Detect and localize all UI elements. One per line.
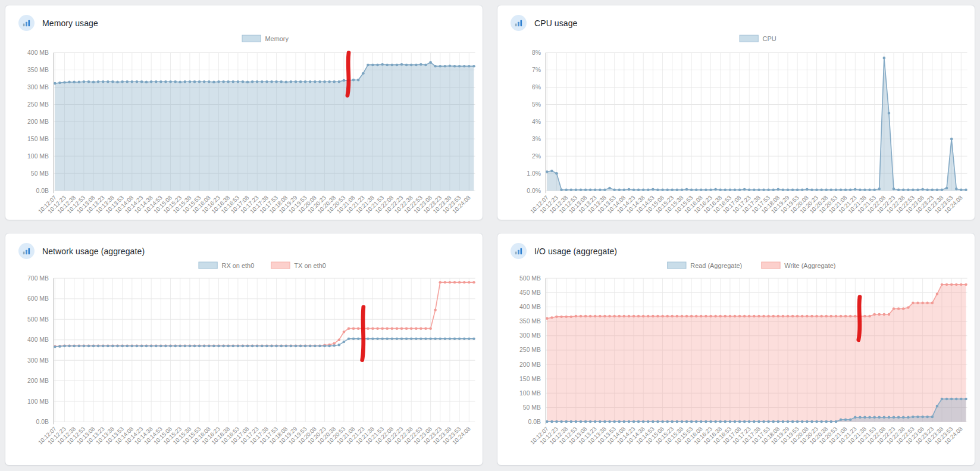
data-point-dot[interactable] (685, 420, 688, 423)
data-point-dot[interactable] (757, 420, 760, 423)
data-point-dot[interactable] (227, 80, 230, 83)
data-point-dot[interactable] (608, 420, 611, 423)
data-point-dot[interactable] (810, 420, 813, 423)
data-point-dot[interactable] (555, 420, 558, 423)
data-point-dot[interactable] (873, 313, 876, 316)
data-point-dot[interactable] (328, 345, 331, 347)
data-point-dot[interactable] (97, 345, 100, 347)
data-point-dot[interactable] (391, 327, 394, 329)
data-point-dot[interactable] (357, 79, 360, 81)
data-point-dot[interactable] (608, 187, 611, 189)
data-point-dot[interactable] (295, 80, 298, 83)
data-point-dot[interactable] (796, 420, 799, 423)
data-point-dot[interactable] (371, 327, 374, 329)
data-point-dot[interactable] (873, 189, 876, 191)
data-point-dot[interactable] (878, 313, 881, 316)
data-point-dot[interactable] (705, 189, 707, 191)
data-point-dot[interactable] (791, 315, 794, 317)
data-point-dot[interactable] (376, 338, 379, 340)
data-point-dot[interactable] (681, 420, 684, 423)
data-point-dot[interactable] (647, 189, 650, 191)
data-point-dot[interactable] (589, 420, 592, 423)
data-point-dot[interactable] (840, 315, 843, 317)
data-point-dot[interactable] (666, 420, 669, 423)
data-point-dot[interactable] (184, 80, 187, 83)
data-point-dot[interactable] (400, 327, 403, 329)
data-point-dot[interactable] (472, 338, 475, 340)
data-point-dot[interactable] (102, 80, 105, 83)
data-point-dot[interactable] (314, 345, 317, 347)
data-point-dot[interactable] (738, 189, 741, 191)
data-point-dot[interactable] (950, 398, 953, 400)
data-point-dot[interactable] (734, 420, 737, 423)
data-point-dot[interactable] (337, 344, 340, 346)
data-point-dot[interactable] (965, 189, 968, 191)
data-point-dot[interactable] (633, 315, 635, 317)
data-point-dot[interactable] (328, 80, 331, 83)
data-point-dot[interactable] (599, 420, 602, 423)
data-point-dot[interactable] (709, 420, 712, 423)
data-point-dot[interactable] (941, 398, 944, 400)
data-point-dot[interactable] (415, 64, 418, 66)
data-point-dot[interactable] (709, 189, 712, 191)
data-point-dot[interactable] (647, 420, 650, 423)
data-point-dot[interactable] (921, 188, 924, 191)
data-point-dot[interactable] (868, 416, 871, 419)
data-point-dot[interactable] (844, 419, 847, 421)
data-point-dot[interactable] (275, 345, 278, 347)
data-point-dot[interactable] (314, 80, 317, 83)
data-point-dot[interactable] (960, 189, 963, 191)
data-point-dot[interactable] (68, 345, 71, 347)
data-point-dot[interactable] (337, 80, 340, 83)
data-point-dot[interactable] (159, 80, 162, 83)
data-point-dot[interactable] (661, 189, 664, 191)
data-point-dot[interactable] (434, 65, 437, 67)
data-point-dot[interactable] (212, 81, 215, 83)
data-point-dot[interactable] (603, 315, 606, 317)
data-point-dot[interactable] (565, 316, 568, 318)
data-point-dot[interactable] (868, 315, 871, 317)
data-point-dot[interactable] (54, 345, 57, 348)
data-point-dot[interactable] (150, 80, 153, 83)
data-point-dot[interactable] (570, 316, 573, 318)
data-point-dot[interactable] (212, 345, 215, 347)
data-point-dot[interactable] (169, 345, 172, 347)
data-point-dot[interactable] (829, 420, 832, 423)
data-point-dot[interactable] (78, 345, 81, 347)
data-point-dot[interactable] (265, 80, 268, 83)
data-point-dot[interactable] (246, 345, 249, 347)
data-point-dot[interactable] (916, 302, 919, 304)
data-point-dot[interactable] (256, 80, 259, 83)
data-point-dot[interactable] (174, 80, 177, 83)
data-point-dot[interactable] (753, 315, 756, 317)
data-point-dot[interactable] (883, 57, 886, 59)
data-point-dot[interactable] (419, 63, 422, 65)
data-point-dot[interactable] (299, 80, 302, 83)
data-point-dot[interactable] (565, 420, 568, 423)
data-point-dot[interactable] (169, 80, 172, 83)
data-point-dot[interactable] (198, 345, 201, 347)
data-point-dot[interactable] (628, 315, 631, 317)
data-point-dot[interactable] (787, 315, 790, 317)
data-point-dot[interactable] (97, 80, 100, 83)
data-point-dot[interactable] (676, 315, 679, 317)
data-point-dot[interactable] (897, 307, 900, 310)
data-point-dot[interactable] (777, 420, 780, 423)
data-point-dot[interactable] (275, 80, 278, 83)
data-point-dot[interactable] (396, 338, 399, 340)
data-point-dot[interactable] (652, 315, 655, 317)
data-point-dot[interactable] (599, 189, 602, 191)
data-point-dot[interactable] (136, 80, 139, 83)
data-point-dot[interactable] (575, 189, 578, 191)
data-point-dot[interactable] (661, 420, 664, 423)
data-point-dot[interactable] (613, 420, 616, 423)
data-point-dot[interactable] (285, 345, 288, 347)
data-point-dot[interactable] (468, 65, 471, 67)
data-point-dot[interactable] (265, 345, 268, 347)
data-point-dot[interactable] (155, 80, 158, 83)
data-point-dot[interactable] (164, 345, 167, 347)
data-point-dot[interactable] (405, 327, 408, 329)
data-point-dot[interactable] (371, 64, 374, 66)
data-point-dot[interactable] (575, 315, 578, 317)
data-point-dot[interactable] (878, 188, 881, 190)
